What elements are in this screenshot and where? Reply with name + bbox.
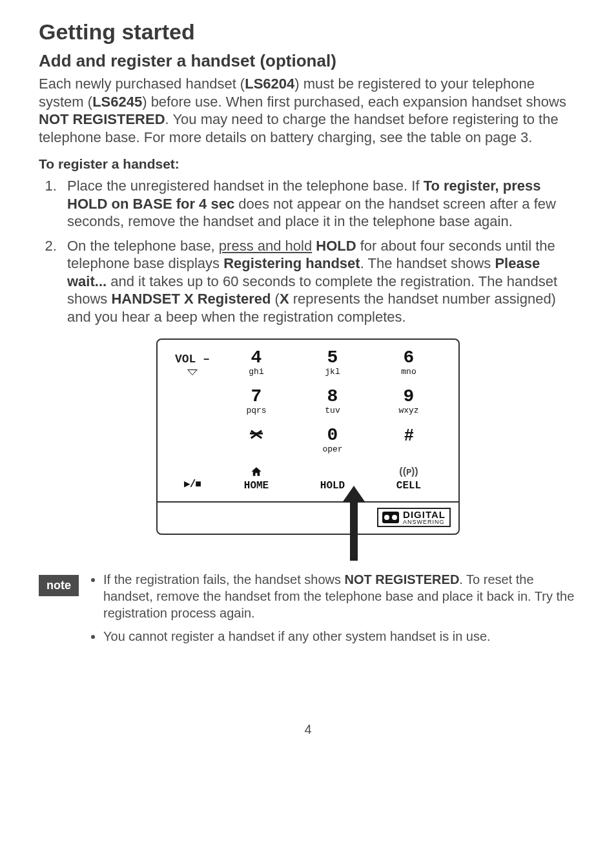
page-number: 4 xyxy=(39,722,577,737)
hold-label: HOLD xyxy=(320,481,345,491)
key-number: 7 xyxy=(251,388,262,406)
note-block: note If the registration fails, the hand… xyxy=(39,571,577,651)
key-5: 5 jkl xyxy=(294,349,371,376)
tape-icon xyxy=(382,512,399,523)
handset-registered-text: HANDSET X Registered xyxy=(111,291,271,307)
model-system: LS6245 xyxy=(92,94,142,110)
step-2: On the telephone base, press and hold HO… xyxy=(61,237,577,326)
phone-keypad-grid: VOL – 4 ghi 5 jkl 6 mno 7 p xyxy=(158,340,458,501)
key-letters: tuv xyxy=(325,406,340,415)
play-stop-icon: ▶/■ xyxy=(184,477,201,490)
home-label: HOME xyxy=(244,481,269,491)
not-registered-text: NOT REGISTERED xyxy=(39,111,165,127)
key-number: 9 xyxy=(404,388,415,406)
key-letters: mno xyxy=(401,368,416,376)
press-and-hold: press and hold xyxy=(219,238,312,254)
key-letters: wxyz xyxy=(398,406,418,415)
phone-figure: VOL – 4 ghi 5 jkl 6 mno 7 p xyxy=(39,338,577,535)
text: ) before use. When first purchased, each… xyxy=(142,94,566,110)
sub-heading: To register a handset: xyxy=(39,156,577,172)
key-letters: ghi xyxy=(249,368,263,376)
antenna-icon: ((ᴩ)) xyxy=(399,465,418,478)
key-letters: pqrs xyxy=(246,406,266,415)
key-cell: ((ᴩ)) CELL xyxy=(371,465,447,491)
key-number: 6 xyxy=(404,349,415,367)
vol-down-key: VOL – xyxy=(167,349,218,376)
key-number: 4 xyxy=(251,349,262,367)
key-star xyxy=(218,426,294,453)
text: . The handset shows xyxy=(360,255,495,271)
key-letters: oper xyxy=(322,445,342,453)
x-placeholder: X xyxy=(280,291,289,307)
digital-text: DIGITAL ANSWERING xyxy=(403,510,446,525)
steps-list: Place the unregistered handset in the te… xyxy=(39,177,577,326)
model-handset: LS6204 xyxy=(245,76,294,92)
intro-paragraph: Each newly purchased handset (LS6204) mu… xyxy=(39,75,577,146)
digital-label-bottom: ANSWERING xyxy=(403,519,446,525)
key-0: 0 oper xyxy=(294,426,371,453)
page-root: Getting started Add and register a hands… xyxy=(0,0,616,763)
page-heading: Getting started xyxy=(39,19,577,45)
key-9: 9 wxyz xyxy=(371,388,447,415)
note-item-1: If the registration fails, the handset s… xyxy=(103,571,577,621)
key-7: 7 pqrs xyxy=(218,388,294,415)
key-8: 8 tuv xyxy=(294,388,371,415)
note-list: If the registration fails, the handset s… xyxy=(88,571,577,651)
step-1: Place the unregistered handset in the te… xyxy=(61,177,577,231)
hash-icon: # xyxy=(404,426,413,443)
home-icon xyxy=(251,465,262,478)
text: Each newly purchased handset ( xyxy=(39,76,245,92)
section-heading: Add and register a handset (optional) xyxy=(39,51,577,71)
chevron-down-icon xyxy=(187,369,198,375)
key-number: 0 xyxy=(327,426,338,444)
key-letters: jkl xyxy=(325,368,340,376)
callout-arrow-icon xyxy=(342,486,365,561)
note-badge: note xyxy=(39,575,79,596)
digital-answering-badge: DIGITAL ANSWERING xyxy=(377,508,451,527)
phone-base: VOL – 4 ghi 5 jkl 6 mno 7 p xyxy=(156,338,460,535)
note-item-2: You cannot register a handset if any oth… xyxy=(103,628,577,645)
text: Place the unregistered handset in the te… xyxy=(67,178,424,194)
key-6: 6 mno xyxy=(371,349,447,376)
digital-label-top: DIGITAL xyxy=(403,510,446,519)
key-hash: # xyxy=(371,426,447,453)
cell-label: CELL xyxy=(396,481,421,491)
key-home: HOME xyxy=(218,465,294,491)
star-icon xyxy=(250,426,263,441)
key-number: 8 xyxy=(327,388,338,406)
not-registered-text: NOT REGISTERED xyxy=(345,572,460,587)
registering-text: Registering handset xyxy=(223,255,360,271)
key-number: 5 xyxy=(327,349,338,367)
key-4: 4 ghi xyxy=(218,349,294,376)
phone-bottom-bar: DIGITAL ANSWERING xyxy=(158,501,458,534)
vol-minus-label: VOL – xyxy=(175,353,210,366)
text: ( xyxy=(271,291,279,307)
playstop-key: ▶/■ xyxy=(167,465,218,491)
text: On the telephone base, xyxy=(67,238,219,254)
text: If the registration fails, the handset s… xyxy=(103,572,345,587)
hold-label: HOLD xyxy=(316,238,356,254)
